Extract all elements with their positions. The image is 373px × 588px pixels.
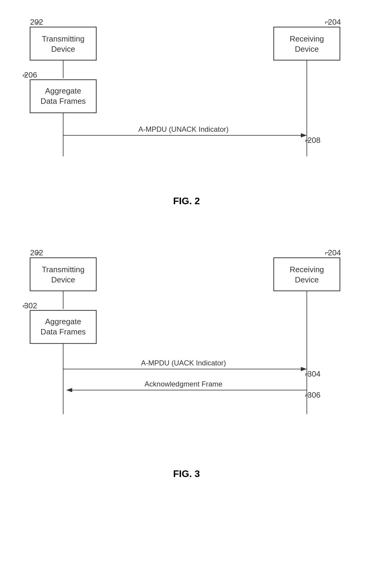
fig3-arrow1-label: A-MPDU (UACK Indicator)	[141, 359, 226, 367]
fig3-receiving-line2: Device	[295, 275, 319, 284]
fig2-aggregate-line2: Data Frames	[41, 97, 86, 106]
svg-text:⌐: ⌐	[23, 70, 27, 79]
svg-text:⌐: ⌐	[36, 17, 41, 26]
svg-text:⌐: ⌐	[36, 248, 41, 257]
fig2-ref-204: 204	[328, 17, 341, 26]
svg-text:⌐: ⌐	[23, 301, 27, 310]
fig2-arrow-label: A-MPDU (UNACK Indicator)	[138, 125, 229, 133]
svg-text:⌐: ⌐	[305, 136, 310, 145]
svg-text:⌐: ⌐	[305, 390, 310, 399]
fig3-receiving-line1: Receiving	[290, 265, 324, 274]
fig3-diagram: 202 ⌐ Transmitting Device 204 ⌐ Receivin…	[21, 243, 352, 497]
fig2-transmitting-box	[30, 27, 96, 60]
fig2-aggregate-box	[30, 80, 96, 113]
fig3-arrow2-label: Acknowledgment Frame	[145, 380, 223, 388]
fig3-aggregate-line1: Aggregate	[45, 317, 81, 326]
fig3-receiving-box	[274, 258, 340, 291]
fig2-receiving-box	[274, 27, 340, 60]
page-container: 202 ⌐ Transmitting Device 204 ⌐ Receivin…	[0, 0, 373, 528]
fig2-label: FIG. 2	[21, 195, 352, 207]
fig3-aggregate-box	[30, 310, 96, 343]
fig3-arrow2-head	[66, 388, 72, 392]
fig2-receiving-line1: Receiving	[290, 34, 324, 43]
fig3-label: FIG. 3	[21, 468, 352, 479]
fig3-ref-204: 204	[328, 248, 341, 257]
svg-text:⌐: ⌐	[305, 369, 310, 378]
fig3-transmitting-box	[30, 258, 96, 291]
fig2-aggregate-line1: Aggregate	[45, 86, 81, 95]
fig2-diagram: 202 ⌐ Transmitting Device 204 ⌐ Receivin…	[21, 12, 352, 225]
svg-text:⌐: ⌐	[325, 248, 329, 257]
fig3-transmitting-line1: Transmitting	[42, 265, 85, 274]
fig2-transmitting-line1: Transmitting	[42, 34, 85, 43]
svg-text:⌐: ⌐	[325, 17, 329, 26]
fig2-transmitting-line2: Device	[51, 45, 75, 54]
fig3-aggregate-line2: Data Frames	[41, 327, 86, 336]
fig3-transmitting-line2: Device	[51, 275, 75, 284]
fig2-receiving-line2: Device	[295, 45, 319, 54]
